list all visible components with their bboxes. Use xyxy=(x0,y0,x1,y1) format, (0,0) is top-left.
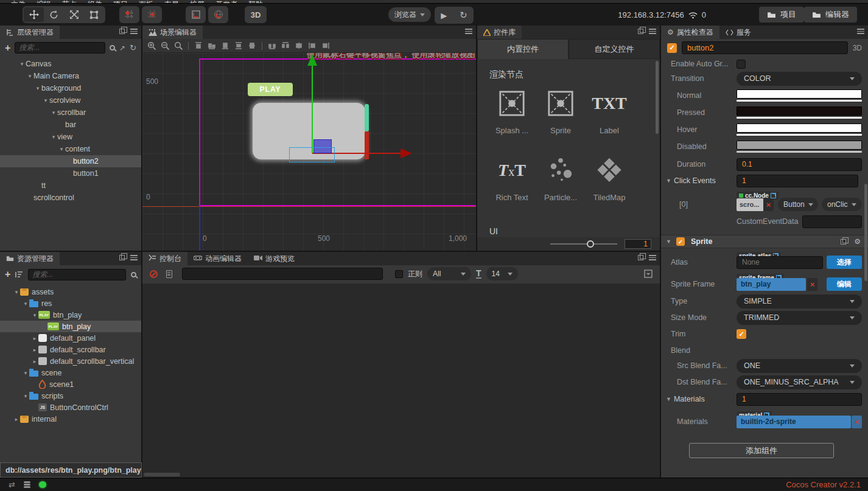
add-component-button[interactable]: 添加组件 xyxy=(689,443,834,458)
sort-icon[interactable] xyxy=(15,271,23,278)
regex-checkbox[interactable] xyxy=(395,270,403,278)
panel-menu-icon[interactable] xyxy=(649,29,656,34)
library-scrollbar[interactable] xyxy=(656,61,659,134)
distribute-center-icon[interactable] xyxy=(293,41,304,50)
align-right-icon[interactable] xyxy=(320,41,331,50)
align-baseline-icon[interactable] xyxy=(206,41,217,50)
library-item-Particle-[interactable]: Particle... xyxy=(534,156,587,202)
align-stretch-icon[interactable] xyxy=(233,41,244,50)
asset-node-default_scrollbar_vertical[interactable]: ▸default_scrollbar_vertical xyxy=(0,355,141,367)
open-project-button[interactable]: 项目 xyxy=(759,7,804,23)
event-component-dropdown[interactable]: Button xyxy=(778,198,818,211)
auto-gray-checkbox[interactable] xyxy=(737,60,746,69)
panel-float-icon[interactable] xyxy=(119,255,125,260)
pressed-color-field[interactable] xyxy=(737,106,862,119)
create-asset-button[interactable]: + xyxy=(5,269,10,280)
tab-inspector[interactable]: ⚙ 属性检查器 xyxy=(661,26,719,39)
library-item-Label[interactable]: TXTLabel xyxy=(583,89,635,135)
tab-游戏预览[interactable]: 游戏预览 xyxy=(248,252,301,265)
tree-expand-arrow[interactable]: ▾ xyxy=(26,73,33,79)
rotate-tool-button[interactable] xyxy=(44,7,64,22)
font-size-icon[interactable]: T xyxy=(476,269,481,279)
hierarchy-node-content[interactable]: ▾content xyxy=(0,143,141,155)
hover-color-field[interactable] xyxy=(737,124,862,136)
duration-field[interactable]: 0.1 xyxy=(737,158,862,171)
trim-checkbox[interactable]: ✓ xyxy=(737,329,746,339)
event-handler-dropdown[interactable]: onClick xyxy=(822,198,862,211)
local-coords-button[interactable] xyxy=(186,6,206,23)
tree-expand-arrow[interactable]: ▸ xyxy=(13,416,20,422)
distribute-top-icon[interactable] xyxy=(280,41,291,50)
library-item-Sprite[interactable]: Sprite xyxy=(534,89,587,135)
log-level-dropdown[interactable]: All xyxy=(427,267,471,280)
hierarchy-node-scrollbar[interactable]: ▾scrollbar xyxy=(0,106,141,119)
collapse-icon[interactable] xyxy=(644,270,653,278)
hierarchy-node-button1[interactable]: button1 xyxy=(0,167,141,179)
asset-node-ButtonControlCtrl[interactable]: JSButtonControlCtrl xyxy=(0,402,141,413)
panel-menu-icon[interactable] xyxy=(130,29,138,34)
tree-expand-arrow[interactable]: ▾ xyxy=(18,61,26,67)
zoom-in-icon[interactable] xyxy=(146,41,157,50)
tree-expand-arrow[interactable]: ▾ xyxy=(22,393,29,399)
transition-dropdown[interactable]: COLOR xyxy=(737,72,862,86)
clear-frame-button[interactable]: × xyxy=(807,278,817,291)
status-ok-icon[interactable] xyxy=(39,481,46,488)
normal-color-field[interactable] xyxy=(737,89,862,102)
scene-viewport[interactable]: 使用鼠标右键平移视窗焦点， 使用滚轮缩放视图 500 0 0 500 1,000… xyxy=(142,53,476,251)
materials-count-field[interactable]: 1 xyxy=(737,393,862,406)
scale-tool-button[interactable] xyxy=(64,7,84,22)
move-tool-button[interactable] xyxy=(24,7,44,22)
inspector-scrollbar[interactable] xyxy=(864,184,867,281)
library-item-Splash-[interactable]: Splash ... xyxy=(486,89,538,135)
panel-float-icon[interactable] xyxy=(119,29,125,34)
collapse-arrow[interactable]: ▼ xyxy=(666,239,671,245)
assets-search-input[interactable]: 搜索... xyxy=(28,269,126,280)
align-top-icon[interactable] xyxy=(193,41,204,50)
tab-widget-library[interactable]: 控件库 xyxy=(477,26,522,39)
tab-custom-widgets[interactable]: 自定义控件 xyxy=(569,39,660,59)
zoom-slider[interactable] xyxy=(550,243,617,245)
play-button-sprite[interactable]: PLAY xyxy=(248,83,293,96)
gear-icon[interactable]: ⚙ xyxy=(854,237,861,246)
gizmo-x-arrow[interactable] xyxy=(401,148,412,158)
panel-menu-icon[interactable] xyxy=(649,255,656,260)
tab-service[interactable]: 服务 xyxy=(719,26,757,39)
distribute-bottom-icon[interactable] xyxy=(267,41,278,50)
tab-hierarchy[interactable]: 层级管理器 xyxy=(0,26,60,39)
library-item-Rich-Text[interactable]: TxTRich Text xyxy=(486,156,538,202)
tab-scene-editor[interactable]: 场景编辑器 xyxy=(142,26,203,39)
hierarchy-node-Canvas[interactable]: ▾Canvas xyxy=(0,58,141,70)
panel-menu-icon[interactable] xyxy=(857,29,864,34)
zoom-value-field[interactable]: 1 xyxy=(625,239,651,249)
console-hscrollbar[interactable] xyxy=(144,473,180,476)
atlas-field[interactable]: None xyxy=(737,256,823,269)
asset-node-res[interactable]: ▾res xyxy=(0,298,141,309)
hierarchy-node-view[interactable]: ▾view xyxy=(0,131,141,143)
node-active-checkbox[interactable]: ✓ xyxy=(667,43,677,53)
asset-node-btn_play[interactable]: ▾PLAYbtn_play xyxy=(0,309,141,321)
material-field[interactable]: builtin-2d-sprite xyxy=(737,416,851,428)
expand-all-icon[interactable]: ↗ xyxy=(119,44,125,52)
edit-frame-button[interactable]: 编辑 xyxy=(827,277,862,291)
create-node-button[interactable]: + xyxy=(5,43,10,54)
asset-node-assets[interactable]: ▾assets xyxy=(0,286,141,298)
log-file-icon[interactable] xyxy=(166,270,172,278)
node-name-field[interactable]: button2 xyxy=(682,41,848,54)
panel-menu-icon[interactable] xyxy=(130,255,138,260)
hierarchy-node-scrollcontrol[interactable]: scrollcontrol xyxy=(0,192,141,204)
align-middle-icon[interactable] xyxy=(247,41,257,50)
asset-node-scene[interactable]: ▾scene xyxy=(0,367,141,378)
hierarchy-node-button2[interactable]: button2 xyxy=(0,155,141,167)
tree-expand-arrow[interactable]: ▾ xyxy=(31,312,38,318)
3d-mode-button[interactable]: 3D xyxy=(245,6,267,23)
zoom-out-icon[interactable] xyxy=(159,41,170,50)
event-target-field[interactable]: scro... xyxy=(737,198,763,211)
tree-expand-arrow[interactable]: ▸ xyxy=(31,335,38,341)
custom-event-field[interactable] xyxy=(802,215,862,228)
tree-expand-arrow[interactable]: ▾ xyxy=(22,301,29,307)
refresh-icon[interactable]: ↻ xyxy=(130,44,136,52)
collapse-arrow[interactable]: ▼ xyxy=(666,178,671,184)
console-output[interactable] xyxy=(142,284,660,478)
panel-float-icon[interactable] xyxy=(638,255,643,260)
tab-动画编辑器[interactable]: 动画编辑器 xyxy=(187,252,248,265)
